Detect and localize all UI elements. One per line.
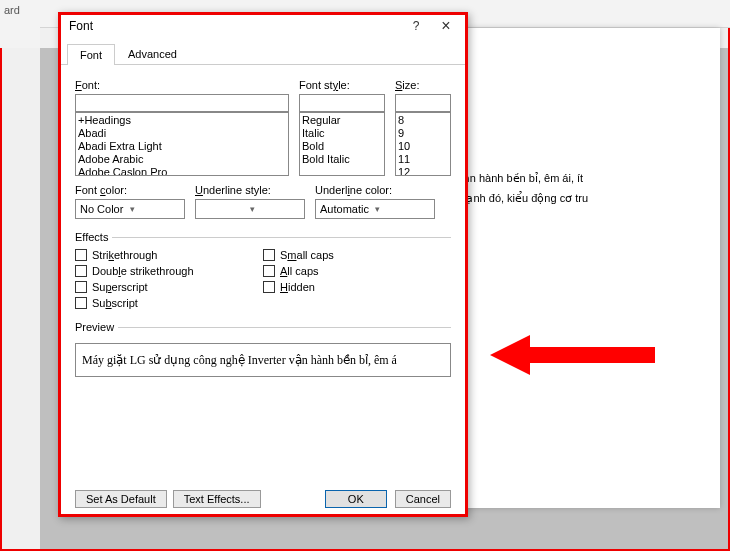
font-input[interactable]: [75, 94, 289, 112]
list-item[interactable]: +Headings: [78, 114, 286, 127]
list-item[interactable]: Adobe Arabic: [78, 153, 286, 166]
tab-font[interactable]: Font: [67, 44, 115, 65]
smallcaps-checkbox[interactable]: Small caps: [263, 249, 451, 261]
list-item[interactable]: 11: [398, 153, 448, 166]
fontcolor-value: No Color: [80, 203, 130, 215]
chevron-down-icon: ▾: [375, 204, 430, 214]
underlinecolor-value: Automatic: [320, 203, 375, 215]
set-default-button[interactable]: Set As Default: [75, 490, 167, 508]
allcaps-checkbox[interactable]: All caps: [263, 265, 451, 277]
list-item[interactable]: Abadi Extra Light: [78, 140, 286, 153]
underlinecolor-select[interactable]: Automatic▾: [315, 199, 435, 219]
underlinestyle-select[interactable]: ▾: [195, 199, 305, 219]
preview-box: Máy giặt LG sử dụng công nghệ Inverter v…: [75, 343, 451, 377]
ok-button[interactable]: OK: [325, 490, 387, 508]
preview-legend: Preview: [75, 321, 118, 333]
help-button[interactable]: ?: [401, 19, 431, 33]
list-item[interactable]: 10: [398, 140, 448, 153]
strikethrough-checkbox[interactable]: Strikethrough: [75, 249, 263, 261]
size-input[interactable]: [395, 94, 451, 112]
fontstyle-listbox[interactable]: RegularItalicBoldBold Italic: [299, 112, 385, 176]
list-item[interactable]: Regular: [302, 114, 382, 127]
subscript-checkbox[interactable]: Subscript: [75, 297, 263, 309]
hidden-checkbox[interactable]: Hidden: [263, 281, 451, 293]
size-label: Size:: [395, 79, 451, 91]
fontcolor-label: Font color:: [75, 184, 185, 196]
titlebar: Font ? ×: [59, 13, 467, 39]
double-strikethrough-checkbox[interactable]: Double strikethrough: [75, 265, 263, 277]
list-item[interactable]: Bold: [302, 140, 382, 153]
fontcolor-select[interactable]: No Color▾: [75, 199, 185, 219]
underlinestyle-label: Underline style:: [195, 184, 305, 196]
list-item[interactable]: 12: [398, 166, 448, 176]
doc-text-1: vận hành bền bỉ, êm ái, ít: [454, 172, 583, 184]
effects-group: Effects Strikethrough Double strikethrou…: [75, 231, 451, 309]
tabstrip: Font Advanced: [59, 39, 467, 65]
ribbon-fragment: ard: [0, 0, 40, 48]
fontstyle-input[interactable]: [299, 94, 385, 112]
svg-marker-0: [490, 335, 655, 375]
tab-advanced[interactable]: Advanced: [115, 43, 190, 64]
superscript-checkbox[interactable]: Superscript: [75, 281, 263, 293]
preview-group: Preview Máy giặt LG sử dụng công nghệ In…: [75, 321, 451, 377]
list-item[interactable]: Adobe Caslon Pro: [78, 166, 286, 176]
cancel-button[interactable]: Cancel: [395, 490, 451, 508]
fontstyle-label: Font style:: [299, 79, 385, 91]
annotation-arrow-icon: [490, 330, 660, 380]
underlinecolor-label: Underline color:: [315, 184, 435, 196]
font-label: Font:: [75, 79, 289, 91]
effects-legend: Effects: [75, 231, 112, 243]
close-button[interactable]: ×: [431, 17, 461, 35]
list-item[interactable]: Abadi: [78, 127, 286, 140]
text-effects-button[interactable]: Text Effects...: [173, 490, 261, 508]
chevron-down-icon: ▾: [130, 204, 180, 214]
size-listbox[interactable]: 89101112: [395, 112, 451, 176]
font-listbox[interactable]: +HeadingsAbadiAbadi Extra LightAdobe Ara…: [75, 112, 289, 176]
list-item[interactable]: Italic: [302, 127, 382, 140]
list-item[interactable]: Bold Italic: [302, 153, 382, 166]
list-item[interactable]: 9: [398, 127, 448, 140]
list-item[interactable]: 8: [398, 114, 448, 127]
button-row: Set As Default Text Effects... OK Cancel: [75, 490, 451, 508]
dialog-title: Font: [69, 19, 401, 33]
font-dialog: Font ? × Font Advanced Font: +HeadingsAb…: [58, 12, 468, 517]
chevron-down-icon: ▾: [250, 204, 300, 214]
